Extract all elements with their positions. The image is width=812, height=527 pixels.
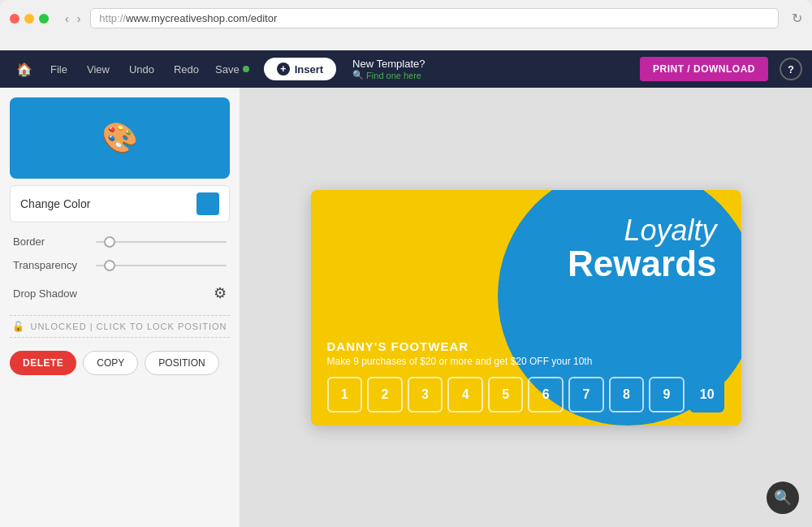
punch-box-9: 9	[649, 377, 685, 413]
reload-button[interactable]: ↻	[792, 11, 802, 26]
border-row: Border	[13, 235, 227, 248]
browser-chrome: ‹ › http:// www.mycreativeshop.com/edito…	[0, 0, 812, 50]
zoom-button[interactable]: 🔍	[767, 482, 799, 514]
close-button[interactable]	[10, 14, 19, 24]
loyalty-text: Loyalty	[568, 214, 716, 247]
main-content: 🎨 Change Color Border Transparency	[0, 88, 812, 527]
punch-box-6: 6	[528, 377, 564, 413]
home-icon[interactable]: 🏠	[10, 57, 39, 82]
new-template-promo: New Template? 🔍 Find one here	[352, 58, 425, 80]
url-protocol: http://	[99, 12, 126, 24]
punch-box-8: 8	[609, 377, 645, 413]
punch-box-10: 10	[689, 377, 725, 413]
left-panel: 🎨 Change Color Border Transparency	[0, 88, 240, 527]
drop-shadow-row: Drop Shadow ⚙	[10, 284, 230, 302]
transparency-slider-thumb[interactable]	[104, 260, 115, 271]
insert-plus-icon: +	[277, 63, 290, 76]
punch-box-3: 3	[408, 377, 443, 413]
url-host: www.mycreativeshop.com/editor	[126, 12, 277, 24]
loyalty-card: Loyalty Rewards DANNY'S FOOTWEAR Make 9 …	[311, 190, 741, 425]
lock-label: UNLOCKED | CLICK TO LOCK POSITION	[30, 322, 227, 331]
save-label: Save	[215, 63, 240, 76]
border-label: Border	[13, 235, 86, 248]
minimize-button[interactable]	[24, 14, 34, 24]
properties-section: Border Transparency	[10, 235, 230, 271]
canvas-area: Loyalty Rewards DANNY'S FOOTWEAR Make 9 …	[240, 88, 812, 527]
maximize-button[interactable]	[39, 14, 49, 24]
file-menu[interactable]: File	[42, 58, 76, 80]
traffic-lights	[10, 14, 49, 24]
address-bar[interactable]: http:// www.mycreativeshop.com/editor	[90, 8, 779, 28]
help-button[interactable]: ?	[780, 58, 802, 80]
lock-row[interactable]: 🔓 UNLOCKED | CLICK TO LOCK POSITION	[10, 315, 230, 338]
save-dot	[243, 66, 249, 72]
insert-button[interactable]: + Insert	[264, 58, 336, 80]
palette-icon: 🎨	[102, 121, 138, 155]
find-template-link[interactable]: 🔍 Find one here	[352, 70, 425, 80]
app-header: 🏠 File View Undo Redo Save + Insert New …	[0, 50, 812, 88]
color-swatch[interactable]	[197, 192, 219, 215]
zoom-icon: 🔍	[774, 489, 792, 507]
delete-button[interactable]: DELETE	[10, 351, 76, 375]
punch-boxes: 12345678910	[327, 377, 725, 413]
business-name: DANNY'S FOOTWEAR	[327, 339, 725, 353]
search-icon: 🔍	[352, 70, 364, 80]
change-color-label: Change Color	[20, 197, 90, 210]
change-color-row: Change Color	[10, 185, 230, 222]
lock-icon: 🔓	[12, 321, 25, 332]
shadow-settings-icon[interactable]: ⚙	[214, 284, 227, 302]
view-menu[interactable]: View	[79, 58, 118, 80]
nav-arrows: ‹ ›	[62, 11, 84, 27]
punch-box-2: 2	[367, 377, 403, 413]
border-slider-thumb[interactable]	[104, 236, 115, 248]
punch-box-5: 5	[488, 377, 524, 413]
transparency-label: Transparency	[13, 259, 86, 271]
forward-button[interactable]: ›	[74, 11, 84, 27]
drop-shadow-label: Drop Shadow	[13, 287, 77, 300]
save-menu[interactable]: Save	[210, 58, 254, 80]
copy-button[interactable]: COPY	[83, 351, 138, 375]
card-title-area: Loyalty Rewards	[568, 214, 716, 283]
back-button[interactable]: ‹	[62, 11, 72, 27]
transparency-row: Transparency	[13, 259, 227, 271]
redo-menu[interactable]: Redo	[166, 58, 207, 80]
card-bottom: DANNY'S FOOTWEAR Make 9 purchases of $20…	[311, 326, 741, 425]
new-template-title: New Template?	[352, 58, 425, 70]
action-buttons: DELETE COPY POSITION	[10, 351, 230, 375]
color-change-card: 🎨	[10, 97, 230, 179]
punch-box-4: 4	[447, 377, 483, 413]
print-download-button[interactable]: PRINT / DOWNLOAD	[640, 57, 768, 81]
border-slider[interactable]	[96, 241, 227, 243]
rewards-text: Rewards	[568, 246, 716, 282]
punch-box-7: 7	[568, 377, 604, 413]
transparency-slider[interactable]	[96, 265, 227, 266]
insert-label: Insert	[295, 63, 323, 76]
position-button[interactable]: POSITION	[145, 351, 218, 375]
undo-menu[interactable]: Undo	[121, 58, 162, 80]
punch-box-1: 1	[327, 377, 363, 413]
card-description: Make 9 purchases of $20 or more and get …	[327, 356, 725, 367]
